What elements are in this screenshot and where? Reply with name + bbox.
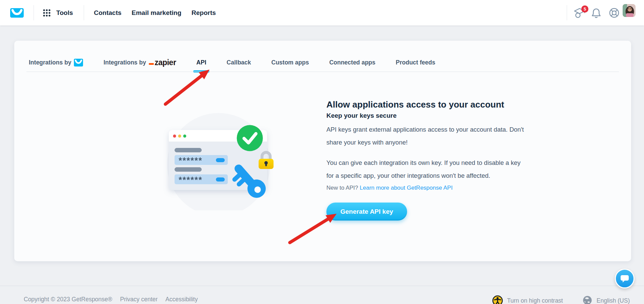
bell-icon [591, 7, 602, 19]
language-label: English (US) [597, 297, 630, 304]
tab-custom-apps[interactable]: Custom apps [271, 59, 309, 66]
section-subtitle: Keep your keys secure [326, 112, 528, 120]
tab-label: Callback [227, 59, 251, 66]
tab-label: Custom apps [271, 59, 309, 66]
tab-callback[interactable]: Callback [227, 59, 251, 66]
high-contrast-label: Turn on high contrast [507, 297, 563, 304]
nav-item-email-marketing[interactable]: Email marketing [132, 9, 181, 17]
api-info-section: Allow applications access to your accoun… [326, 99, 528, 221]
getresponse-logo-icon [10, 8, 24, 18]
copyright-text: Copyright © 2023 GetResponse® [24, 296, 112, 303]
zapier-wordmark: zapier [155, 59, 176, 66]
window-dot-yellow [178, 135, 181, 138]
zapier-dash-icon [149, 63, 154, 65]
tab-label: API [196, 59, 206, 66]
new-to-api-label: New to API? [326, 185, 358, 191]
tools-menu-button[interactable]: Tools [43, 0, 73, 25]
getresponse-app: Tools Contacts Email marketing Reports 5 [0, 0, 644, 304]
top-navigation-bar: Tools Contacts Email marketing Reports 5 [0, 0, 644, 25]
tools-label: Tools [56, 9, 73, 17]
accessibility-icon [492, 295, 503, 304]
tab-api[interactable]: API [196, 59, 206, 66]
field-label-bar [175, 167, 202, 172]
tab-connected-apps[interactable]: Connected apps [329, 59, 375, 66]
chat-bubble-icon [620, 275, 629, 283]
high-contrast-toggle[interactable]: Turn on high contrast [492, 295, 563, 304]
password-mask-text: ****** [179, 175, 202, 185]
apps-grid-icon [43, 9, 51, 17]
learn-more-link[interactable]: Learn more about GetResponse API [360, 185, 452, 191]
password-mask-text: ****** [179, 156, 202, 165]
active-tab-indicator [193, 70, 209, 73]
user-avatar[interactable] [623, 4, 636, 17]
language-selector[interactable]: English (US) [582, 295, 630, 304]
help-button[interactable] [609, 7, 620, 20]
tab-label: Integrations by [103, 59, 146, 66]
live-chat-button[interactable] [615, 269, 635, 288]
footer-divider [0, 286, 644, 286]
privacy-center-link[interactable]: Privacy center [120, 296, 158, 303]
tab-label: Connected apps [329, 59, 375, 66]
header-divider [84, 5, 84, 20]
field-label-bar [175, 148, 202, 152]
notifications-button[interactable] [591, 7, 602, 20]
tab-integrations-by-getresponse[interactable]: Integrations by [29, 59, 83, 66]
lifebuoy-icon [609, 7, 620, 18]
avatar-photo [623, 4, 636, 17]
integration-key-description: You can give each integration its own ke… [326, 156, 528, 182]
tab-product-feeds[interactable]: Product feeds [396, 59, 436, 66]
tab-label: Integrations by [29, 59, 71, 66]
window-dot-red [173, 135, 176, 138]
window-dot-green [183, 135, 186, 138]
tab-bar-divider [26, 72, 619, 72]
api-keys-description: API keys grant external applications acc… [326, 123, 528, 149]
field-toggle-pill [216, 158, 225, 162]
field-toggle-pill [216, 177, 225, 182]
integrations-tab-bar: Integrations by Integrations by zapier A… [29, 58, 435, 67]
api-key-illustration: ****** ****** [154, 112, 290, 210]
nav-item-contacts[interactable]: Contacts [94, 9, 121, 17]
footer-links: Copyright © 2023 GetResponse® Privacy ce… [24, 296, 198, 303]
check-circle-icon [237, 125, 263, 151]
integrations-panel: Integrations by Integrations by zapier A… [14, 41, 631, 261]
globe-icon [582, 295, 592, 304]
new-to-api-row: New to API? Learn more about GetResponse… [326, 184, 528, 192]
tab-label: Product feeds [396, 59, 436, 66]
nav-item-reports[interactable]: Reports [192, 9, 216, 17]
generate-api-key-button[interactable]: Generate API key [326, 203, 407, 221]
zapier-logo: zapier [149, 59, 176, 66]
getresponse-logo[interactable] [10, 8, 24, 19]
page-title: Allow applications access to your accoun… [326, 99, 528, 110]
accessibility-link[interactable]: Accessibility [165, 296, 198, 303]
tab-integrations-by-zapier[interactable]: Integrations by zapier [103, 59, 176, 66]
getresponse-logo-icon [74, 59, 83, 66]
notification-badge: 5 [581, 5, 588, 13]
header-divider [567, 5, 567, 20]
main-nav: Contacts Email marketing Reports [94, 0, 216, 25]
header-divider [34, 5, 34, 20]
